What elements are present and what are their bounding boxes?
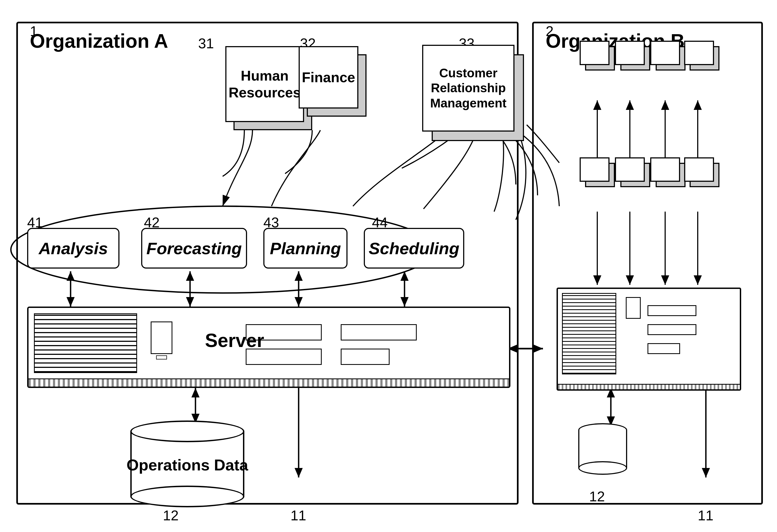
- org-b-server: [557, 288, 741, 391]
- ref-11-left: 11: [291, 507, 306, 524]
- ref-1: 1: [30, 23, 38, 39]
- analysis-box: Analysis: [27, 228, 119, 269]
- ref-12-right: 12: [589, 488, 605, 505]
- org-a-title: Organization A: [30, 30, 168, 52]
- org-a-label: Organization A: [30, 30, 168, 52]
- forecasting-box: Forecasting: [141, 228, 247, 269]
- ref-31: 31: [198, 35, 214, 51]
- scheduling-box: Scheduling: [364, 228, 464, 269]
- crm-box: Customer Relationship Management: [422, 45, 515, 132]
- org-b-box: [532, 22, 763, 505]
- planning-box: Planning: [263, 228, 347, 269]
- ref-12-left: 12: [163, 507, 179, 524]
- ref-2: 2: [546, 23, 554, 39]
- finance-box: Finance: [299, 46, 358, 109]
- human-resources-box: Human Resources: [225, 46, 304, 122]
- diagram-container: Organization A 1 Organization B 2 31 Hum…: [0, 0, 777, 532]
- operations-data-label: Operations Data: [119, 456, 255, 474]
- org-b-cylinder: [578, 423, 627, 475]
- server-box: Server: [27, 306, 511, 388]
- ref-11-right: 11: [698, 507, 713, 524]
